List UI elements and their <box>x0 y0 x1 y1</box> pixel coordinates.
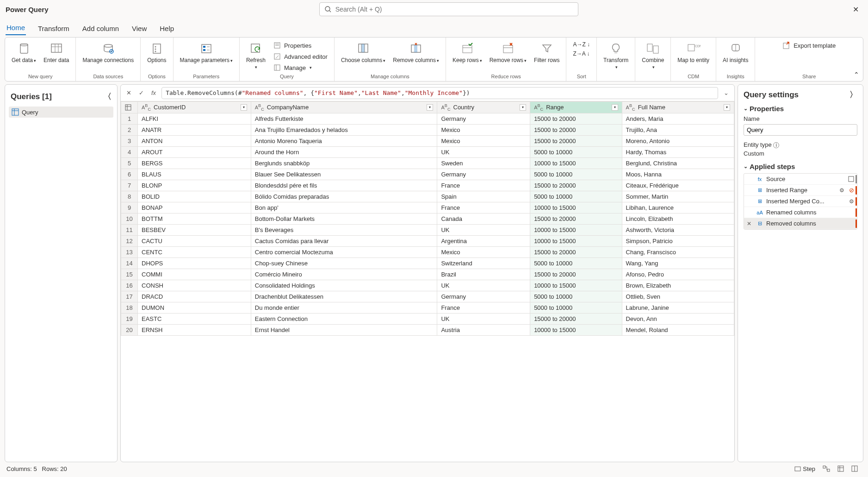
cell[interactable]: 5000 to 10000 <box>530 146 622 157</box>
cell[interactable]: France <box>437 302 530 313</box>
cell[interactable]: BONAP <box>138 202 251 213</box>
cell[interactable]: ANTON <box>138 135 251 146</box>
column-header[interactable]: ABCCountry▾ <box>437 102 530 113</box>
cell[interactable]: Blauer See Delikatessen <box>251 169 437 180</box>
collapse-ribbon-button[interactable]: ⌃ <box>854 71 859 78</box>
row-number[interactable]: 2 <box>121 124 138 135</box>
cell[interactable]: Chop-suey Chinese <box>251 257 437 269</box>
tab-view[interactable]: View <box>131 22 148 35</box>
manage-button[interactable]: Manage▾ <box>271 63 329 73</box>
keep-rows-button[interactable]: Keep rows▾ <box>451 40 484 64</box>
row-number[interactable]: 14 <box>121 257 138 269</box>
remove-rows-button[interactable]: Remove rows▾ <box>488 40 528 64</box>
cell[interactable]: B's Beverages <box>251 224 437 235</box>
cell[interactable]: Afonso, Pedro <box>622 269 734 280</box>
cell[interactable]: Centro comercial Moctezuma <box>251 246 437 257</box>
sort-asc-button[interactable]: A→Z ↓ <box>571 40 592 49</box>
cell[interactable]: Moreno, Antonio <box>622 135 734 146</box>
cell[interactable]: 5000 to 10000 <box>530 257 622 269</box>
cell[interactable]: 5000 to 10000 <box>530 191 622 202</box>
cell[interactable]: BOTTM <box>138 213 251 224</box>
step-settings-icon[interactable] <box>848 176 854 182</box>
row-number[interactable]: 19 <box>121 313 138 324</box>
cell[interactable]: Brown, Elizabeth <box>622 280 734 291</box>
cell[interactable]: Cactus Comidas para llevar <box>251 235 437 246</box>
cell[interactable]: Ottlieb, Sven <box>622 291 734 302</box>
get-data-button[interactable]: Get data▾ <box>10 40 38 64</box>
cell[interactable]: 15000 to 20000 <box>530 213 622 224</box>
tab-add-column[interactable]: Add column <box>81 22 120 35</box>
cell[interactable]: 10000 to 15000 <box>530 324 622 335</box>
filter-dropdown-button[interactable]: ▾ <box>241 104 247 111</box>
fx-button[interactable]: fx <box>149 88 158 97</box>
step-nav-button[interactable]: Step <box>791 464 819 473</box>
diagram-view-button[interactable] <box>819 464 834 473</box>
collapse-queries-button[interactable]: 〈 <box>104 91 112 102</box>
cell[interactable]: 15000 to 20000 <box>530 180 622 191</box>
search-input[interactable] <box>335 6 573 13</box>
enter-data-button[interactable]: Enter data <box>42 40 71 64</box>
cell[interactable]: Libihan, Laurence <box>622 202 734 213</box>
cell[interactable]: UK <box>437 313 530 324</box>
cell[interactable]: Drachenblut Delikatessen <box>251 291 437 302</box>
cell[interactable]: Consolidated Holdings <box>251 280 437 291</box>
cell[interactable]: Berglund, Christina <box>622 157 734 169</box>
row-number[interactable]: 4 <box>121 146 138 157</box>
properties-section[interactable]: Properties <box>750 105 784 113</box>
filter-dropdown-button[interactable]: ▾ <box>520 104 526 111</box>
query-item[interactable]: Query <box>9 107 113 118</box>
cell[interactable]: France <box>437 202 530 213</box>
cell[interactable]: 10000 to 15000 <box>530 280 622 291</box>
cell[interactable]: Du monde entier <box>251 302 437 313</box>
cell[interactable]: Spain <box>437 191 530 202</box>
cell[interactable]: 5000 to 10000 <box>530 291 622 302</box>
table-corner[interactable] <box>121 102 138 113</box>
row-number[interactable]: 18 <box>121 302 138 313</box>
cell[interactable]: 15000 to 20000 <box>530 124 622 135</box>
row-number[interactable]: 15 <box>121 269 138 280</box>
applied-step[interactable]: ⊞Inserted Range⚙⊘ <box>744 185 857 196</box>
manage-parameters-button[interactable]: Manage parameters▾ <box>178 40 235 64</box>
tab-transform[interactable]: Transform <box>37 22 70 35</box>
cell[interactable]: France <box>437 180 530 191</box>
cell[interactable]: 10000 to 15000 <box>530 202 622 213</box>
row-number[interactable]: 13 <box>121 246 138 257</box>
cell[interactable]: Argentina <box>437 235 530 246</box>
cell[interactable]: Berglunds snabbköp <box>251 157 437 169</box>
cell[interactable]: Bottom-Dollar Markets <box>251 213 437 224</box>
cell[interactable]: Bon app' <box>251 202 437 213</box>
applied-step[interactable]: ⊞Inserted Merged Co...⚙ <box>744 196 857 207</box>
cell[interactable]: BOLID <box>138 191 251 202</box>
tab-home[interactable]: Home <box>6 21 26 35</box>
cell[interactable]: Sommer, Martin <box>622 191 734 202</box>
cell[interactable]: ERNSH <box>138 324 251 335</box>
cell[interactable]: Germany <box>437 291 530 302</box>
refresh-button[interactable]: Refresh▾ <box>244 40 267 71</box>
applied-step[interactable]: fxSource <box>744 174 857 185</box>
cell[interactable]: Ashworth, Victoria <box>622 224 734 235</box>
cell[interactable]: Lincoln, Elizabeth <box>622 213 734 224</box>
cell[interactable]: Anders, Maria <box>622 113 734 124</box>
cell[interactable]: 15000 to 20000 <box>530 313 622 324</box>
cell[interactable]: Alfreds Futterkiste <box>251 113 437 124</box>
cell[interactable]: Germany <box>437 169 530 180</box>
row-number[interactable]: 11 <box>121 224 138 235</box>
combine-button[interactable]: Combine▾ <box>640 40 666 71</box>
query-name-input[interactable] <box>744 124 857 136</box>
split-view-button[interactable] <box>848 464 862 473</box>
row-number[interactable]: 5 <box>121 157 138 169</box>
close-button[interactable]: ✕ <box>849 3 862 16</box>
accept-formula-button[interactable]: ✓ <box>137 88 146 97</box>
cell[interactable]: BESBEV <box>138 224 251 235</box>
tab-help[interactable]: Help <box>159 22 175 35</box>
cell[interactable]: Canada <box>437 213 530 224</box>
applied-steps-section[interactable]: Applied steps <box>750 163 795 170</box>
row-number[interactable]: 6 <box>121 169 138 180</box>
cell[interactable]: 10000 to 15000 <box>530 157 622 169</box>
cell[interactable]: Trujillo, Ana <box>622 124 734 135</box>
expand-settings-button[interactable]: 〉 <box>849 89 857 100</box>
cell[interactable]: DHOPS <box>138 257 251 269</box>
cell[interactable]: Devon, Ann <box>622 313 734 324</box>
filter-dropdown-button[interactable]: ▾ <box>427 104 433 111</box>
cell[interactable]: Simpson, Patricio <box>622 235 734 246</box>
